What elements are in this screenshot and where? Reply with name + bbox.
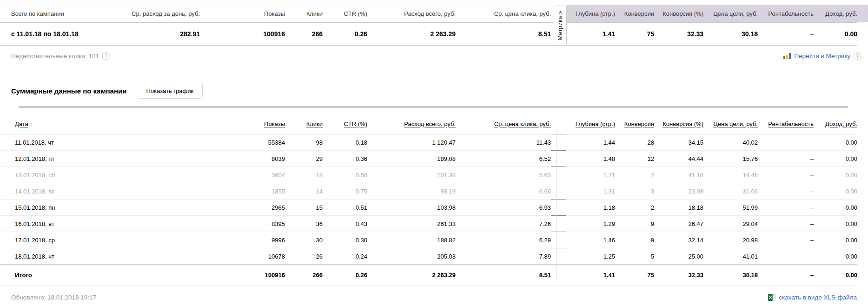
summary-value-cell: 2 263.29 [367,23,456,46]
section-title: Суммарные данные по кампании [11,87,126,95]
value-cell: 34.15 [654,134,703,151]
value-cell: 1.71 [566,167,615,183]
value-cell: 205.03 [367,248,456,265]
goto-metrika-link[interactable]: Перейти в Метрику [794,53,850,60]
value-cell: 5.63 [456,167,551,183]
summary-table: Всего по кампанииСр. расход за день, руб… [0,5,857,46]
sort-header[interactable]: Ср. цена клика, руб. [456,114,551,134]
metrika-bar-chart-icon [783,53,791,59]
value-cell: 41.01 [703,248,758,265]
help-icon[interactable]: ? [854,52,861,60]
value-cell: 1.18 [566,200,615,216]
column-sort-link[interactable]: Ср. цена клика, руб. [494,120,551,127]
value-cell: 1.41 [566,265,615,286]
value-cell: 12 [615,151,654,167]
value-cell: 9 [615,216,654,232]
value-cell: 7.89 [456,248,551,265]
column-sort-link[interactable]: Конверсия (%) [663,120,703,127]
download-xls-link[interactable]: скачать в виде XLS-файла [779,294,857,301]
sort-header[interactable]: Доход, руб. [814,114,857,134]
value-cell: 6.93 [456,200,551,216]
column-sort-link[interactable]: Цена цели, руб. [713,120,758,127]
sort-header[interactable]: Расход всего, руб. [367,114,456,134]
sort-header[interactable]: CTR (%) [323,114,367,134]
sort-header[interactable]: Показы [200,114,285,134]
value-cell: 15.76 [703,151,758,167]
sort-header[interactable]: Цена цели, руб. [703,114,758,134]
date-sort-link[interactable]: Дата [15,120,28,127]
value-cell: 20.98 [703,232,758,248]
value-cell: 0.36 [323,151,367,167]
value-cell: 0.00 [814,183,857,200]
value-cell: 0.00 [814,200,857,216]
campaign-stats-page: { "summary_table": { "label_header": "Вс… [0,0,868,306]
value-cell: 29 [285,151,323,167]
page-top-divider [0,1,868,1]
summary-column-header: Глубина (стр.) [566,5,615,23]
column-sort-link[interactable]: Конверсии [624,120,654,127]
summary-value-cell: 8.51 [456,23,551,46]
horizontal-scrollbar[interactable] [19,106,848,108]
value-cell: 0.00 [814,134,857,151]
column-sort-link[interactable]: Рентабельность [768,120,814,127]
column-sort-link[interactable]: Глубина (стр.) [576,120,615,127]
sort-header[interactable]: Конверсия (%) [654,114,703,134]
value-cell: 36 [285,216,323,232]
value-cell: 0.51 [323,200,367,216]
column-sort-link[interactable]: Расход всего, руб. [404,120,456,127]
column-sort-link[interactable]: Показы [264,120,285,127]
value-cell: 11.43 [456,134,551,151]
svg-text:X: X [769,295,772,300]
value-cell: 29.04 [703,216,758,232]
summary-column-header: Рентабельность [758,5,814,23]
column-sort-link[interactable]: CTR (%) [344,120,367,127]
show-chart-button[interactable]: Показать график [137,83,203,99]
value-cell: 93.19 [367,183,456,200]
value-cell: 0.00 [814,167,857,183]
metrika-divider-cell [551,248,566,265]
summary-value-cell: 0.00 [814,23,857,46]
column-sort-link[interactable]: Доход, руб. [825,120,857,127]
value-cell: 30 [285,232,323,248]
summary-header-row: Всего по кампанииСр. расход за день, руб… [0,5,857,23]
metrika-panel-tab[interactable]: Метрика » [554,6,567,46]
date-cell: 15.01.2018, пн [0,200,200,216]
summary-column-header: Клики [285,5,323,23]
sort-header-date[interactable]: Дата↑ [0,114,200,134]
value-cell: 0.18 [323,134,367,151]
value-cell: 6.52 [456,151,551,167]
metrika-divider-cell [551,232,566,248]
sort-ascending-icon: ↑ [30,121,33,127]
value-cell: 5 [615,248,654,265]
summary-column-header: Ср. расход за день, руб. [107,5,200,23]
sort-header[interactable]: Клики [285,114,323,134]
sort-header[interactable]: Глубина (стр.) [566,114,615,134]
metrika-divider-cell [551,151,566,167]
value-cell: – [758,248,814,265]
value-cell: 1.25 [566,248,615,265]
metrika-divider-cell [551,200,566,216]
daily-stats-table: Дата↑ПоказыКликиCTR (%)Расход всего, руб… [0,114,857,286]
value-cell: 28 [615,134,654,151]
sort-header[interactable]: Конверсии [615,114,654,134]
table-row: 17.01.2018, ср9996300.30188.826.291.4693… [0,232,857,248]
value-cell: 0.00 [814,248,857,265]
value-cell: – [758,134,814,151]
value-cell: 0.26 [323,265,367,286]
value-cell: 0.75 [323,183,367,200]
metrika-divider-cell [551,114,566,134]
value-cell: 9996 [200,232,285,248]
summary-value-cell: 100916 [200,23,285,46]
date-cell: 17.01.2018, ср [0,232,200,248]
summary-column-header: Конверсия (%) [654,5,703,23]
value-cell: 31.06 [703,183,758,200]
value-cell: 101.38 [367,167,456,183]
help-icon[interactable]: ? [102,52,110,60]
column-sort-link[interactable]: Клики [306,120,323,127]
value-cell: 0.00 [814,151,857,167]
value-cell: 8395 [200,216,285,232]
invalid-clicks-text: Недействительные клики: 101 [11,53,99,60]
sort-header[interactable]: Рентабельность [758,114,814,134]
value-cell: 2 263.29 [367,265,456,286]
excel-file-icon: X [768,294,775,301]
